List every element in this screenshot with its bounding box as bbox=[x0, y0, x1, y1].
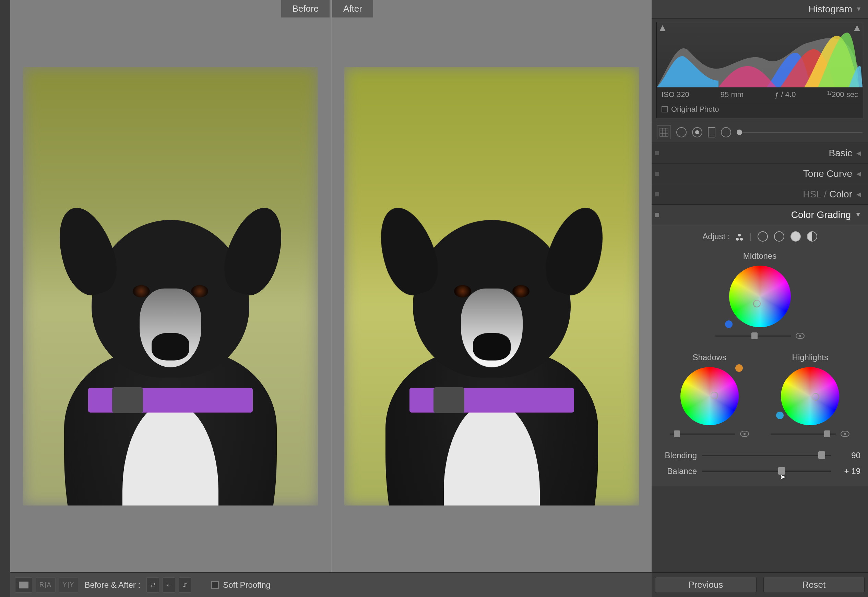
blending-slider[interactable] bbox=[702, 455, 831, 456]
meta-iso: ISO 320 bbox=[661, 90, 689, 99]
eye-icon[interactable] bbox=[841, 431, 850, 437]
histogram-header[interactable]: Histogram ▼ bbox=[652, 0, 868, 18]
midtones-label: Midtones bbox=[743, 251, 776, 261]
shadows-label: Shadows bbox=[692, 353, 727, 362]
chevron-left-icon: ◀ bbox=[856, 149, 861, 157]
eye-icon[interactable] bbox=[740, 431, 749, 437]
histogram-title: Histogram bbox=[808, 4, 853, 15]
before-photo bbox=[23, 67, 318, 505]
meta-focal: 95 mm bbox=[721, 90, 743, 99]
histogram-graph[interactable] bbox=[657, 22, 863, 88]
overlay-opacity-slider[interactable] bbox=[737, 132, 862, 133]
blending-value[interactable]: 90 bbox=[837, 451, 861, 460]
previous-button[interactable]: Previous bbox=[655, 577, 756, 593]
grid-overlay-icon[interactable] bbox=[657, 125, 671, 139]
balance-slider[interactable]: ➤ bbox=[702, 471, 831, 472]
mask-circle-icon[interactable] bbox=[676, 127, 686, 137]
after-pane[interactable]: After bbox=[331, 0, 651, 572]
panel-footer-buttons: Previous Reset bbox=[652, 572, 868, 597]
midtones-color-wheel[interactable] bbox=[729, 266, 791, 327]
compare-raa-button[interactable]: R|A bbox=[36, 578, 55, 593]
midtones-luminance-slider[interactable] bbox=[715, 333, 804, 339]
crop-overlay-tools bbox=[652, 122, 868, 143]
original-photo-label: Original Photo bbox=[671, 105, 719, 114]
eye-icon[interactable] bbox=[796, 333, 804, 339]
left-rail bbox=[0, 0, 10, 597]
blending-label: Blending bbox=[659, 451, 697, 460]
viewer-area: Before After bbox=[10, 0, 652, 597]
soft-proofing-checkbox[interactable] bbox=[211, 581, 219, 589]
after-label: After bbox=[332, 0, 373, 18]
copy-left-button[interactable]: ⇤ bbox=[162, 578, 175, 593]
histogram-panel: ISO 320 95 mm ƒ / 4.0 1/200 sec Original… bbox=[657, 22, 863, 118]
tone-curve-panel-header[interactable]: Tone Curve ◀ bbox=[652, 163, 868, 184]
midtones-wheel-icon[interactable] bbox=[774, 231, 784, 242]
soft-proofing-label: Soft Proofing bbox=[223, 580, 271, 590]
balance-value[interactable]: + 19 bbox=[837, 466, 861, 476]
after-photo bbox=[344, 67, 639, 505]
midtones-block: Midtones bbox=[659, 248, 861, 339]
highlights-label: Highlights bbox=[792, 353, 828, 362]
soft-proofing-toggle[interactable]: Soft Proofing bbox=[211, 580, 271, 590]
original-photo-toggle[interactable]: Original Photo bbox=[657, 102, 863, 118]
chevron-left-icon: ◀ bbox=[856, 170, 861, 178]
before-label: Before bbox=[281, 0, 330, 18]
shadows-color-wheel[interactable] bbox=[680, 367, 739, 425]
basic-panel-header[interactable]: Basic ◀ bbox=[652, 143, 868, 163]
meta-shutter: 1/200 sec bbox=[827, 90, 858, 99]
chevron-left-icon: ◀ bbox=[856, 190, 861, 198]
svg-rect-2 bbox=[660, 128, 668, 137]
highlights-color-wheel[interactable] bbox=[781, 367, 839, 425]
three-way-icon[interactable] bbox=[736, 234, 743, 241]
adjust-mode-row: Adjust : | bbox=[659, 231, 861, 242]
swap-before-after-button[interactable]: ⇄ bbox=[146, 578, 159, 593]
chevron-down-icon: ▼ bbox=[856, 6, 862, 13]
before-after-mode-label: Before & After : bbox=[84, 580, 140, 590]
color-grading-panel-header[interactable]: Color Grading ▼ bbox=[652, 205, 868, 225]
shadows-wheel-icon[interactable] bbox=[758, 231, 768, 242]
highlights-luminance-slider[interactable] bbox=[771, 431, 850, 437]
highlights-wheel-icon[interactable] bbox=[791, 231, 801, 242]
original-photo-checkbox[interactable] bbox=[661, 106, 668, 113]
right-panel: Histogram ▼ ISO 320 95 bbox=[652, 0, 868, 597]
cursor-icon: ➤ bbox=[780, 472, 786, 481]
chevron-down-icon: ▼ bbox=[855, 211, 861, 218]
balance-label: Balance bbox=[659, 466, 697, 476]
photo-metadata: ISO 320 95 mm ƒ / 4.0 1/200 sec bbox=[657, 88, 863, 102]
shadows-luminance-slider[interactable] bbox=[670, 431, 749, 437]
global-wheel-icon[interactable] bbox=[807, 231, 817, 242]
mask-circle-filled-icon[interactable] bbox=[692, 127, 702, 137]
viewer-toolbar: R|A Y|Y Before & After : ⇄ ⇤ ⇵ Soft Proo… bbox=[10, 572, 652, 597]
hsl-color-panel-header[interactable]: HSL / Color ◀ bbox=[652, 184, 868, 205]
reset-button[interactable]: Reset bbox=[764, 577, 865, 593]
loupe-view-button[interactable] bbox=[15, 578, 32, 593]
color-grading-panel: Adjust : | Midtones bbox=[652, 225, 868, 486]
before-pane[interactable]: Before bbox=[11, 0, 330, 572]
highlights-block: Highlights bbox=[771, 349, 850, 437]
before-after-split: Before After bbox=[10, 0, 652, 572]
blending-slider-row: Blending 90 bbox=[659, 451, 861, 460]
mask-circle-icon-2[interactable] bbox=[721, 127, 731, 137]
meta-aperture: ƒ / 4.0 bbox=[775, 90, 796, 99]
compare-yy-button[interactable]: Y|Y bbox=[59, 578, 79, 593]
adjust-label: Adjust : bbox=[702, 232, 730, 241]
copy-updown-button[interactable]: ⇵ bbox=[179, 578, 191, 593]
balance-slider-row: Balance ➤ + 19 bbox=[659, 466, 861, 476]
mask-rect-icon[interactable] bbox=[708, 127, 715, 137]
shadows-block: Shadows bbox=[670, 349, 749, 437]
